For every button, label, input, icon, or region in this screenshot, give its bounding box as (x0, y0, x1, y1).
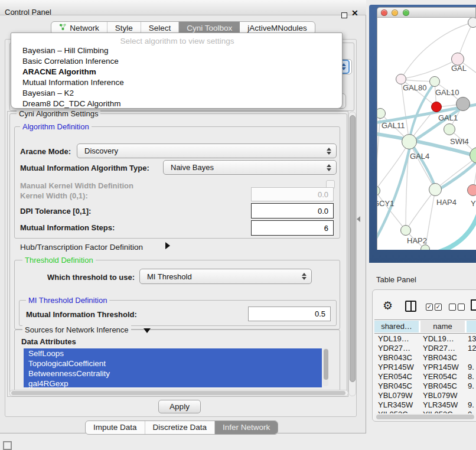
unchecked-box-icon[interactable] (458, 304, 465, 311)
mi-steps-label: Mutual Information Steps: (20, 223, 115, 232)
unchecked-box-icon[interactable] (449, 304, 456, 311)
file-icon[interactable] (471, 299, 476, 311)
apply-button[interactable]: Apply (158, 400, 201, 413)
kernel-width-input[interactable]: 0.0 (251, 187, 334, 201)
network-node[interactable] (456, 97, 470, 111)
list-item[interactable]: BetweennessCentrality (24, 369, 322, 379)
list-item[interactable]: SelfLoops (24, 348, 322, 358)
network-edges (377, 18, 476, 250)
expand-arrow-icon[interactable] (165, 242, 170, 249)
node-label: GAL4 (410, 152, 429, 161)
table-horizontal-scrollbar-thumb[interactable] (376, 415, 474, 419)
node-label: Y (471, 199, 476, 208)
horizontal-scrollbar[interactable] (9, 390, 348, 396)
tab-discretize-data[interactable]: Discretize Data (145, 421, 216, 434)
node-label: GCY1 (377, 199, 394, 208)
table-row[interactable]: YBL079WYBL079W (374, 391, 476, 400)
data-attributes-label: Data Attributes (21, 337, 76, 346)
mi-threshold-group-title: MI Threshold Definition (26, 296, 109, 305)
aracne-mode-label: Aracne Mode: (20, 147, 71, 156)
column-header-name[interactable]: name (420, 321, 465, 332)
network-node[interactable] (468, 18, 476, 28)
table-row[interactable]: YPR145WYPR145W9. (374, 363, 476, 372)
columns-icon[interactable] (405, 301, 416, 312)
list-scrollbar-thumb[interactable] (324, 349, 328, 380)
table-row[interactable]: YDL19…YDL19…13 (374, 334, 476, 344)
table-row[interactable]: YER054CYER054C8. (374, 372, 476, 381)
network-node-gal1[interactable] (431, 102, 442, 112)
checked-box-icon[interactable]: ✓ (435, 304, 442, 311)
node-label: HAP4 (436, 198, 457, 207)
aracne-mode-combo[interactable]: Discovery (77, 144, 337, 158)
combo-stepper-icon (302, 273, 307, 280)
kernel-width-label: Kernel Width (0,1): (20, 191, 88, 200)
algorithm-definition-title: Algorithm Definition (20, 122, 92, 131)
node-label: HAP2 (407, 236, 427, 245)
network-node[interactable] (467, 184, 476, 196)
dropdown-item[interactable]: Basic Correlation Inference (12, 56, 341, 67)
collapse-arrow-icon[interactable] (144, 328, 151, 333)
minimize-traffic-light[interactable] (392, 9, 398, 16)
node-label: GAL10 (435, 88, 459, 97)
network-node[interactable] (429, 183, 442, 196)
tab-infer-network[interactable]: Infer Network (215, 421, 278, 434)
splitter-arrow-icon[interactable] (357, 216, 360, 222)
column-header-partial[interactable] (467, 321, 476, 332)
network-node[interactable] (444, 123, 455, 135)
close-traffic-light[interactable] (381, 9, 387, 16)
dock-square-icon[interactable] (3, 441, 12, 450)
settings-scrollbar-thumb[interactable] (350, 115, 356, 382)
table-row[interactable]: YBR043CYBR043C (374, 353, 476, 363)
network-node[interactable] (429, 76, 440, 87)
algorithm-dropdown: Select algorithm to view settings Bayesi… (11, 32, 343, 109)
dropdown-item-selected[interactable]: ARACNE Algorithm (12, 67, 341, 77)
table-row[interactable]: YBR045CYBR045C9. (374, 381, 476, 391)
which-threshold-combo[interactable]: MI Threshold (139, 269, 312, 284)
table-row[interactable]: YDR27…YDR27…12 (374, 344, 476, 353)
mi-threshold-input[interactable]: 0.5 (248, 306, 331, 321)
float-window-icon[interactable] (341, 12, 347, 18)
dropdown-item[interactable]: Dream8 DC_TDC Algorithm (12, 99, 341, 109)
dropdown-hint: Select algorithm to view settings (11, 37, 343, 45)
node-label: GAL (451, 64, 467, 73)
network-canvas[interactable]: GAL GAL80 GAL10 GAL1 GAL11 SWI4 GAL4 GCY… (377, 18, 476, 250)
threshold-definition-title: Threshold Definition (22, 256, 96, 265)
list-scrollbar[interactable] (323, 348, 328, 386)
dropdown-item[interactable]: Bayesian – K2 (12, 88, 341, 99)
sources-group-title: Sources for Network Inference (22, 325, 131, 334)
mi-type-label: Mutual Information Algorithm Type: (20, 164, 149, 172)
node-label: GAL11 (382, 121, 405, 130)
zoom-traffic-light[interactable] (403, 9, 409, 16)
node-label: SWI4 (450, 137, 469, 146)
network-node[interactable] (400, 225, 411, 236)
gear-icon[interactable]: ⚙ (383, 299, 393, 312)
hub-section-label: Hub/Transcription Factor Definition (20, 243, 143, 252)
mi-type-combo[interactable]: Naive Bayes (163, 160, 337, 175)
horizontal-scrollbar-thumb[interactable] (11, 391, 345, 395)
list-item[interactable]: TopologicalCoefficient (24, 358, 322, 369)
manual-kernel-label: Manual Kernel Width Definition (20, 181, 133, 190)
network-node[interactable] (402, 134, 417, 149)
network-node[interactable] (420, 244, 430, 250)
checked-box-icon[interactable]: ✓ (426, 304, 433, 311)
column-header-shared[interactable]: shared… (374, 321, 419, 332)
close-icon[interactable]: ✕ (351, 8, 358, 18)
dpi-tolerance-label: DPI Tolerance [0,1]: (20, 207, 91, 216)
tab-impute-data[interactable]: Impute Data (86, 421, 145, 434)
table-row[interactable]: YLR345WYLR345W9. (374, 400, 476, 410)
which-threshold-label: Which threshold to use: (47, 273, 135, 282)
dpi-tolerance-input[interactable]: 0.0 (251, 203, 334, 219)
list-item[interactable]: gal4RGexp (24, 379, 322, 387)
table-panel-title: Table Panel (376, 275, 416, 284)
mi-threshold-label: Mutual Information Threshold: (26, 310, 137, 319)
dropdown-item[interactable]: Mutual Information Inference (12, 77, 341, 88)
control-panel-title: Control Panel (5, 8, 51, 17)
table-body: YDL19…YDL19…13 YDR27…YDR27…12 YBR043CYBR… (374, 334, 476, 413)
dropdown-item[interactable]: Bayesian – Hill Climbing (12, 45, 341, 56)
combo-stepper-icon (327, 148, 331, 155)
mi-steps-input[interactable]: 6 (251, 220, 334, 236)
control-panel-titlebar (0, 0, 366, 15)
node-label: GAL80 (403, 83, 426, 92)
table-horizontal-scrollbar[interactable] (374, 413, 476, 420)
cyni-settings-group-title: Cyni Algorithm Settings (17, 109, 100, 118)
